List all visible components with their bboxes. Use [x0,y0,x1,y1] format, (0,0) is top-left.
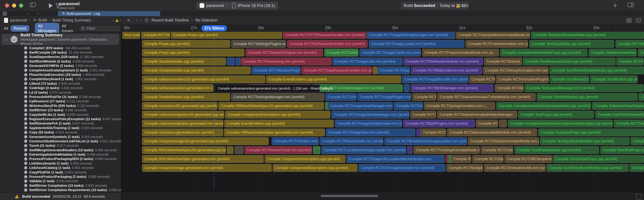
task-summary-item[interactable]: WriteAuxiliaryFile (835 tasks)0.110 seco… [0,104,121,108]
task-bar[interactable]: Compile TextInputProps.cpp (arm64) [538,129,644,136]
forward-chevron-icon[interactable]: › [37,11,38,16]
add-icon[interactable] [612,3,618,8]
task-summary-item[interactable]: CompileAssetCatalogVariant (1 task)2.021… [0,68,121,72]
task-bar[interactable]: Compile RCTNetworking.mm (arm64) [241,58,332,65]
task-bar[interactable]: Compile TextShadowNode.cpp (arm64) [514,146,599,154]
task-bar[interactable] [227,146,234,154]
task-summary-item[interactable]: SwiftMergeGeneratedHeaders (13 tasks)0.0… [0,148,121,152]
task-bar[interactable]: Compile RCTDecayAnimation.mm (arm64) [483,67,548,74]
task-bar[interactable]: Compile RCTSub... [421,129,446,136]
task-bar[interactable]: Compile rndocumentpickerJSI-generated.cp… [142,111,224,119]
task-bar[interactable]: Compile RCTFon... [616,58,644,65]
forward-chevron-icon[interactable]: › [140,18,142,23]
task-bar[interactable]: Compile Props.cpp (arm64) [142,40,230,48]
task-bar[interactable]: Compile RCTNativeAnimatedModule.mm (arm6… [447,129,537,136]
back-chevron-icon[interactable]: ‹ [136,18,138,23]
task-bar[interactable]: Compile rnasyncstorage-generated.mm (arm… [142,164,272,172]
task-bar[interactable]: Compile ScrollViewEventEmitter.cpp (arm6… [546,164,628,172]
task-bar[interactable]: Compile RCTImageStoreManager.mm (arm64) [332,111,409,119]
prev-issue-chevron-icon[interactable]: ‹ [113,18,114,23]
task-bar[interactable]: Compile RCTVibration.mm (arm64) [272,137,319,145]
task-bar[interactable]: Compile RCTAtt... [616,40,644,48]
task-bar[interactable]: Compile RCTGIFImageDecoder.mm (arm64) [358,164,446,172]
task-bar[interactable]: Compile UnimplementedViewShadowNode.cpp … [496,102,591,110]
task-bar[interactable]: Compile Props.cpp (arm64) [142,49,244,56]
task-bar[interactable]: Compile ScrollEvent.cpp (arm64) [590,75,638,83]
task-bar[interactable]: Compile RCTUIImag... [325,93,356,101]
task-bar[interactable]: Compile RCTPropsAnimatedNode.mm (ar... [422,49,499,56]
task-summary-item[interactable]: Validate (1 task)0.000 seconds [0,179,121,183]
task-bar[interactable] [373,67,377,74]
task-bar[interactable]: Compile RNCWebViewSpec-generated.mm (arm… [142,155,264,163]
task-bar[interactable]: Compile SafeAreaViewStat... [589,49,636,56]
task-bar[interactable]: Compile ShadowNodes.cpp (arm64) [537,93,638,101]
task-bar[interactable]: Compile ShadowNodes.cpp (arm64) [142,93,230,101]
task-bar[interactable]: Compile RCTEvent... [476,120,498,127]
task-bar[interactable]: Compile RCTHTTPRequestHandler.mm (arm64) [283,32,366,39]
legend-icon[interactable] [636,194,642,199]
add-editor-icon[interactable] [636,18,641,23]
playhead-line[interactable] [214,32,214,190]
editor-options-icon[interactable] [626,18,632,23]
task-summary-item[interactable]: GenerateAssetSymbols (1 task)0.023 secon… [0,135,121,139]
task-summary-item[interactable]: ProcessInfoPlistFile (11 tasks)0.199 sec… [0,95,121,99]
timeline-breadcrumb-selection[interactable]: No Selection [196,18,217,23]
task-bar[interactable]: Compile RawTextProps.cpp (... [600,146,644,154]
playhead-time-badge[interactable]: 27s 358ms [202,25,227,31]
task-summary-item[interactable]: RegisterExecutionPolicyException (11 tas… [0,117,121,121]
task-bar[interactable]: Compile RCTFrameAnimation.mm (ar... [466,40,528,48]
task-bar[interactable]: Compile RCTSpringAnimation.mm (... [424,102,495,110]
task-bar[interactable]: Compile rnscreens-generated.mm (arm64) [142,129,223,136]
task-bar[interactable]: Compile TextInputShadowNode.cpp (arm64) [531,32,644,39]
task-bar[interactable]: Compile safeareacontextJSI-generated.cpp… [142,75,265,83]
close-button[interactable] [5,4,9,8]
task-bar[interactable]: Compile RCTNativeAnimatedNodesManager...… [437,111,517,119]
task-summary-item[interactable]: SwiftDriver Compilation (13 tasks)0.000 … [0,183,121,188]
task-bar[interactable]: Compile RCTImageView.mm (arm64) [326,129,416,136]
task-bar[interactable]: Compile TextLayoutManager.mm (arm64) [524,84,644,92]
task-summary-item[interactable]: CompileC (878 tasks)760.450 seconds [0,46,121,50]
filter-all-issues-button[interactable]: All Issues [62,24,73,33]
task-bar[interactable] [499,120,507,127]
project-title[interactable]: paranovel ideal-size [59,1,80,10]
filter-recent-button[interactable]: Recent [10,25,29,32]
task-bar[interactable]: Compile RCTInterpolationAnimatedNode.mm … [456,32,530,39]
task-summary-item[interactable]: CompileStoryboard (1 task)1.801 seconds [0,77,121,81]
task-bar[interactable]: Compile RNCWebViewSpecJSI-generated.cpp … [142,146,226,154]
disclosure-chevron-icon[interactable]: ⌄ [5,37,8,42]
task-bar[interactable]: Compile ShadowNodes.cpp (arm64) [142,67,251,74]
task-bar[interactable]: Compile RCTDivisionAnimatedNode.mm (arm6… [468,137,539,145]
task-bar[interactable]: Compile RCTImagePlugins.mm (arm64) [358,93,411,101]
task-bar[interactable]: Compile ComponentDescriptors.cpp (arm64) [273,164,358,172]
task-bar[interactable] [227,58,235,65]
task-bar[interactable]: Run custo... [122,32,140,39]
task-bar[interactable]: Compile RCTLocalAssetImageLoader.mm (arm… [321,146,406,154]
task-summary-item[interactable]: SwiftDriver (13 tasks)0.086 seconds [0,108,121,112]
task-bar[interactable]: Compile RCTAddi... [495,84,524,92]
task-summary-item[interactable]: SwiftDriver Compilation Requirements (13… [0,188,121,192]
task-summary-item[interactable]: Touch (11 tasks)0.017 seconds [0,144,121,148]
task-summary-item[interactable]: GenerateDSYMFile (2 tasks)3.994 seconds [0,64,121,68]
task-bar[interactable]: Compile ComponentDescriptors.cpp (arm64) [265,155,346,163]
task-summary-item[interactable]: ConstructStubExecutorLinkFileList (1 tas… [0,139,121,143]
task-bar[interactable] [404,84,410,92]
fullscreen-button[interactable] [19,4,23,8]
task-bar[interactable]: Compile RCTImageUtils.mm (arm64) [332,58,402,65]
task-summary-item[interactable]: Ld (3 tasks)0.574 seconds [0,90,121,95]
task-bar[interactable]: Compile rnscreensJSI-generated.cpp (arm6… [142,102,218,110]
task-bar[interactable]: Compile RCTMultipli... [446,164,483,172]
task-summary-item[interactable]: PhaseScriptExecution (23 tasks)1.809 sec… [0,72,121,77]
close-icon[interactable] [127,19,130,22]
task-bar[interactable]: Compile RCTAnimationPlugins.mm (ar... [496,75,549,83]
task-bar[interactable]: Compile ScrollViewProps.cpp (arm64) [553,155,644,163]
filter-all-button[interactable]: All [4,26,8,31]
task-summary-item[interactable]: LinkStoryboards (1 task)0.003 seconds [0,161,121,166]
task-bar[interactable]: Compile RCTImageLoader.mm (arm64) [369,40,464,48]
timeline-ruler[interactable]: 26s27s28s29s30s31s32s33s27s 358ms [122,24,644,32]
task-summary-item[interactable]: CodeSign (3 tasks)0.626 seconds [0,86,121,90]
task-bar[interactable]: Compile RCTTextL... [614,120,644,127]
task-bar[interactable]: Compile RCTAnim... [394,102,423,110]
task-bar[interactable]: Compile RCTDataRequestHandler.mm (arm64) [301,67,372,74]
task-bar[interactable]: Compile rndocumentpicker-generated.mm (a… [142,120,224,127]
filter-all-messages-button[interactable]: All Messages [35,23,59,34]
